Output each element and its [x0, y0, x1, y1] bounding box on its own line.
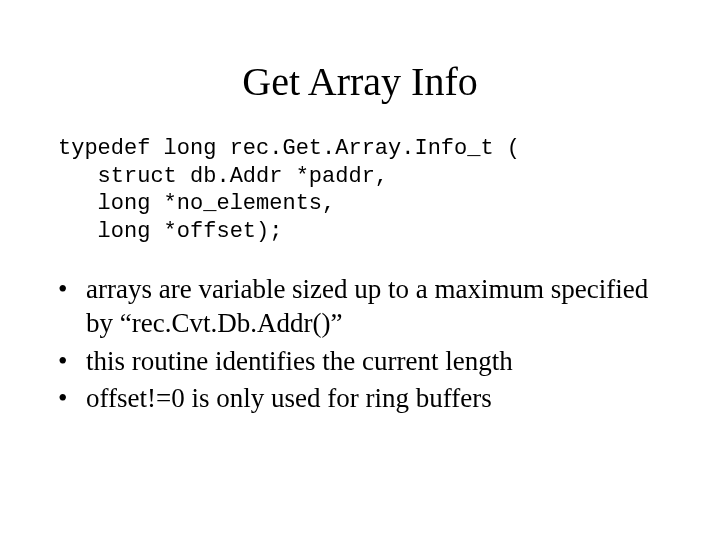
code-block: typedef long rec.Get.Array.Info_t ( stru…: [58, 135, 720, 245]
code-line-4: long *offset);: [58, 219, 282, 244]
bullet-item: this routine identifies the current leng…: [58, 345, 670, 379]
bullet-item: arrays are variable sized up to a maximu…: [58, 273, 670, 341]
bullet-list: arrays are variable sized up to a maximu…: [58, 273, 670, 416]
slide: Get Array Info typedef long rec.Get.Arra…: [0, 0, 720, 540]
code-line-2: struct db.Addr *paddr,: [58, 164, 388, 189]
code-line-3: long *no_elements,: [58, 191, 335, 216]
slide-title: Get Array Info: [0, 0, 720, 135]
bullet-item: offset!=0 is only used for ring buffers: [58, 382, 670, 416]
code-line-1: typedef long rec.Get.Array.Info_t (: [58, 136, 520, 161]
